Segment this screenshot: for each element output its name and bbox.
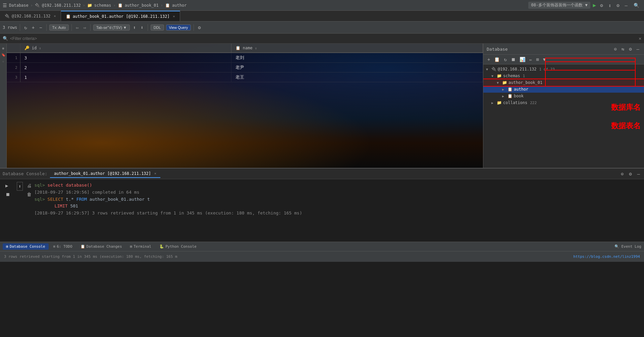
sidebar-star-icon[interactable]: ☆ [1, 59, 5, 63]
sidebar-bookmark-icon[interactable]: 🔖 [1, 53, 5, 57]
bottom-tab-python[interactable]: 🐍 Python Console [156, 243, 200, 250]
table-row[interactable]: 3 1 老王 [7, 73, 483, 82]
rp-stop-icon[interactable]: ⏹ [509, 56, 517, 63]
row-num: 1 [7, 53, 20, 63]
sort-icon[interactable]: ⇕ [39, 46, 41, 50]
filter-close-icon[interactable]: ✕ [639, 36, 641, 41]
toolbar-sep1 [20, 24, 20, 31]
sort-icon2[interactable]: ⇕ [255, 46, 257, 50]
console-content: ▶ ⏹ ⬆ 🖨 🗑 sql> select database() [2018-0… [0, 179, 644, 242]
tree-item-@192.168.211.132[interactable]: ▼ 🔌 @192.168.211.132 1 of 23 [483, 66, 644, 73]
table-row[interactable]: 1 3 老刘 [7, 53, 483, 63]
console-tab-main[interactable]: author_book_01.author [@192.168.211.132]… [50, 170, 160, 178]
rp-add-icon[interactable]: + [486, 56, 491, 63]
panel-settings-icon[interactable]: ⚙ [628, 46, 633, 52]
topbar-table[interactable]: author [172, 3, 186, 8]
col-name-header[interactable]: 📋 name ⇕ [231, 44, 483, 53]
tab-close-author[interactable]: ✕ [173, 14, 175, 18]
tree-badge: 222 [530, 101, 537, 105]
rp-copy-icon[interactable]: 📋 [493, 56, 501, 63]
annotation-db-label: 数据库名 [611, 102, 641, 112]
console-clear-icon[interactable]: 🗑 [27, 191, 32, 198]
topbar-profile-label[interactable]: 08-多个装饰器装饰一个函数 ▼ [528, 2, 590, 9]
topbar-connection[interactable]: @192.168.211.132 [42, 3, 81, 8]
bottom-tab-terminal[interactable]: ⊞ Terminal [127, 243, 155, 250]
cell-id[interactable]: 1 [20, 73, 231, 82]
col-id-header[interactable]: 🔑 id ⇕ [20, 44, 231, 53]
cell-name[interactable]: 老尹 [231, 63, 483, 73]
changes-icon: 📋 [80, 244, 85, 249]
console-minimize-icon[interactable]: — [636, 171, 641, 177]
breadcrumb-sep1: › [31, 3, 33, 8]
right-panel-toolbar: + 📋 ↻ ⏹ 📊 ✏ ⊞ ▼ [483, 55, 644, 64]
tree-icon: 📋 [507, 87, 513, 92]
run-button[interactable]: ▶ [593, 2, 596, 8]
console-gear-icon[interactable]: ⚙ [628, 171, 633, 177]
filter-input[interactable] [10, 36, 111, 41]
tab-close-connection[interactable]: ✕ [54, 14, 56, 18]
rp-filter-icon[interactable]: ▼ [542, 56, 547, 63]
toolbar-settings-icon[interactable]: ⚙ [197, 24, 202, 31]
search-icon[interactable]: 🔍 [632, 2, 641, 9]
refresh-button[interactable]: ↻ [23, 24, 28, 31]
topbar-db-name[interactable]: author_book_01 [125, 3, 159, 8]
rp-edit-icon[interactable]: ✏ [528, 56, 533, 63]
toolbar-sep2 [46, 24, 47, 31]
status-link[interactable]: https://blog.csdn.net/linz1994 [573, 254, 640, 259]
data-toolbar: 3 rows ↻ + − Tx: Auto ⇦ ⇨ Tab-se"'d (TSV… [0, 21, 644, 34]
tree-item-book[interactable]: ▶ 📋 book [483, 93, 644, 99]
tree-item-author_book_01[interactable]: ▼ 📁 author_book_01 [483, 79, 644, 86]
arrow-right-icon[interactable]: ⇨ [82, 24, 87, 31]
cell-id[interactable]: 2 [20, 63, 231, 73]
view-query-button[interactable]: View Query [166, 25, 191, 31]
tree-icon: 📁 [497, 100, 502, 105]
topbar-schemas[interactable]: schemas [94, 3, 111, 8]
topbar-db[interactable]: Database [9, 3, 29, 8]
remove-row-button[interactable]: − [38, 24, 43, 31]
panel-refresh-icon[interactable]: ⊙ [612, 46, 618, 52]
arrow-left-icon[interactable]: ⇦ [74, 24, 80, 31]
format-button[interactable]: Tab-se"'d (TSV) ▼ [93, 25, 130, 31]
tree-icon: 🔌 [491, 67, 496, 71]
add-row-button[interactable]: + [31, 24, 36, 31]
toolbar-sep4 [90, 24, 91, 31]
console-submit-icon[interactable]: ⬆ [17, 182, 23, 191]
tree-badge: 1 [523, 74, 525, 78]
rp-table-icon[interactable]: 📊 [518, 56, 527, 63]
bottom-tab-todo[interactable]: ≡ 6: TODO [50, 243, 76, 250]
rp-refresh-icon[interactable]: ↻ [502, 56, 508, 63]
table-row[interactable]: 2 2 老尹 [7, 63, 483, 73]
rp-grid-icon[interactable]: ⊞ [535, 56, 540, 63]
todo-icon: ≡ [53, 244, 56, 249]
console-tab-close[interactable]: ✕ [154, 172, 156, 175]
settings-icon1[interactable]: ⚙ [599, 2, 604, 9]
panel-minimize-icon[interactable]: — [635, 46, 641, 52]
tab-author[interactable]: 📋 author_book_01.author [@192.168.211.13… [61, 11, 180, 21]
cell-name[interactable]: 老王 [231, 73, 483, 82]
panel-collapse-icon[interactable]: ⇆ [620, 46, 626, 52]
console-settings-icon[interactable]: ⊙ [620, 171, 625, 177]
bottom-tab-changes[interactable]: 📋 Database Changes [77, 243, 125, 250]
download-icon[interactable]: ⬇ [139, 24, 145, 31]
upload-icon[interactable]: ⬆ [132, 24, 137, 31]
sidebar-fav-icon[interactable]: ◉ [1, 46, 5, 50]
breadcrumb-sep3: › [113, 3, 115, 8]
topbar-right: 08-多个装饰器装饰一个函数 ▼ ▶ ⚙ ↕ ⚙ — 🔍 [528, 2, 641, 9]
tree-item-author[interactable]: ▶ 📋 author [483, 86, 644, 93]
console-stop-icon[interactable]: ⏹ [5, 191, 10, 198]
minimize-icon[interactable]: — [624, 2, 629, 9]
ddl-button[interactable]: DDL [151, 25, 164, 31]
event-log-label[interactable]: 🔍 Event Log [614, 244, 641, 249]
console-line-5: [2018-09-27 16:29:57] 3 rows retrieved s… [34, 210, 639, 217]
bottom-tab-console[interactable]: ⊞ Database Console [3, 243, 49, 250]
settings-icon3[interactable]: ⚙ [615, 2, 621, 9]
settings-icon2[interactable]: ↕ [607, 2, 612, 9]
toolbar-sep6 [194, 24, 194, 31]
cell-id[interactable]: 3 [20, 53, 231, 63]
tx-button[interactable]: Tx: Auto [49, 25, 69, 31]
tab-connection[interactable]: 🔌 @192.168.211.132 ✕ [0, 11, 61, 21]
console-exec-icon[interactable]: ▶ [5, 182, 10, 189]
console-print-icon[interactable]: 🖨 [27, 182, 32, 189]
tree-item-schemas[interactable]: ▼ 📁 schemas 1 [483, 73, 644, 79]
cell-name[interactable]: 老刘 [231, 53, 483, 63]
